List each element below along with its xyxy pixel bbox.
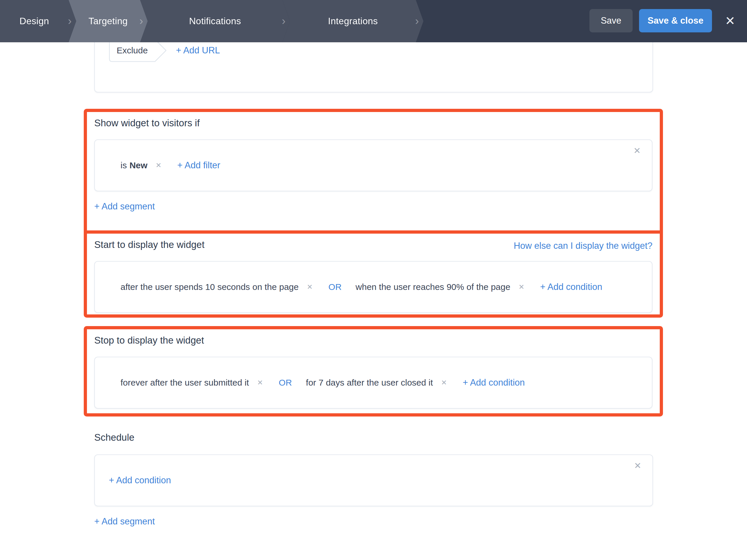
- visitor-segment-value: isNew: [121, 160, 147, 170]
- tab-notifications-label: Notifications: [189, 16, 241, 27]
- or-label: OR: [329, 282, 342, 292]
- close-icon[interactable]: ✕: [720, 8, 740, 33]
- start-condition-1: after the user spends 10 seconds on the …: [121, 282, 299, 292]
- save-and-close-button[interactable]: Save & close: [639, 9, 712, 32]
- stop-condition-2: for 7 days after the user closed it: [306, 378, 433, 388]
- start-condition-2: when the user reaches 90% of the page: [356, 282, 510, 292]
- tab-integrations[interactable]: Integrations: [282, 0, 423, 42]
- start-conditions-card: after the user spends 10 seconds on the …: [94, 261, 652, 313]
- tab-targeting[interactable]: Targeting: [69, 0, 148, 42]
- section-title-schedule: Schedule: [94, 431, 653, 444]
- tab-design-label: Design: [20, 16, 49, 27]
- section-title-stop: Stop to display the widget: [94, 334, 204, 347]
- save-button[interactable]: Save: [589, 9, 633, 32]
- how-else-display-link[interactable]: How else can I display the widget?: [514, 241, 652, 251]
- tab-notifications[interactable]: Notifications: [140, 0, 290, 42]
- section-stop-display: Stop to display the widget forever after…: [84, 326, 663, 417]
- visitor-segment-card: isNew ✕ + Add filter ✕: [94, 139, 652, 191]
- remove-segment-filter-icon[interactable]: ✕: [156, 161, 161, 169]
- add-condition-link[interactable]: + Add condition: [109, 475, 171, 486]
- add-segment-link[interactable]: + Add segment: [94, 201, 155, 212]
- or-label: OR: [279, 378, 292, 388]
- exclude-tag-label: Exclude: [109, 39, 156, 62]
- tab-integrations-label: Integrations: [328, 16, 378, 27]
- top-navigation-bar: Design Targeting Notifications Integrati…: [0, 0, 747, 42]
- remove-condition-icon[interactable]: ✕: [307, 283, 312, 291]
- add-condition-link[interactable]: + Add condition: [463, 377, 525, 388]
- targeting-settings-content: Exclude + Add URL Show widget to visitor…: [0, 42, 747, 560]
- remove-segment-card-icon[interactable]: ✕: [634, 146, 641, 155]
- remove-condition-icon[interactable]: ✕: [257, 379, 263, 387]
- add-segment-link[interactable]: + Add segment: [94, 516, 155, 527]
- add-filter-link[interactable]: + Add filter: [177, 160, 220, 170]
- schedule-card: + Add condition ✕: [94, 454, 653, 506]
- remove-condition-icon[interactable]: ✕: [518, 283, 524, 291]
- stop-conditions-card: forever after the user submitted it ✕ OR…: [94, 357, 652, 409]
- add-condition-link[interactable]: + Add condition: [540, 282, 602, 292]
- add-url-link[interactable]: + Add URL: [176, 45, 220, 56]
- section-title-start: Start to display the widget: [94, 238, 205, 251]
- segment-prefix: is: [121, 160, 127, 170]
- section-start-display: Start to display the widget How else can…: [84, 231, 663, 318]
- remove-condition-icon[interactable]: ✕: [441, 379, 447, 387]
- segment-value: New: [130, 160, 148, 170]
- stop-condition-1: forever after the user submitted it: [121, 378, 249, 388]
- tab-targeting-label: Targeting: [88, 16, 128, 27]
- tab-design[interactable]: Design: [0, 0, 76, 42]
- remove-schedule-card-icon[interactable]: ✕: [634, 461, 641, 470]
- section-schedule: Schedule + Add condition ✕ + Add segment: [94, 431, 653, 527]
- exclude-url-tag[interactable]: Exclude: [109, 39, 167, 62]
- section-title-visitors: Show widget to visitors if: [94, 117, 200, 130]
